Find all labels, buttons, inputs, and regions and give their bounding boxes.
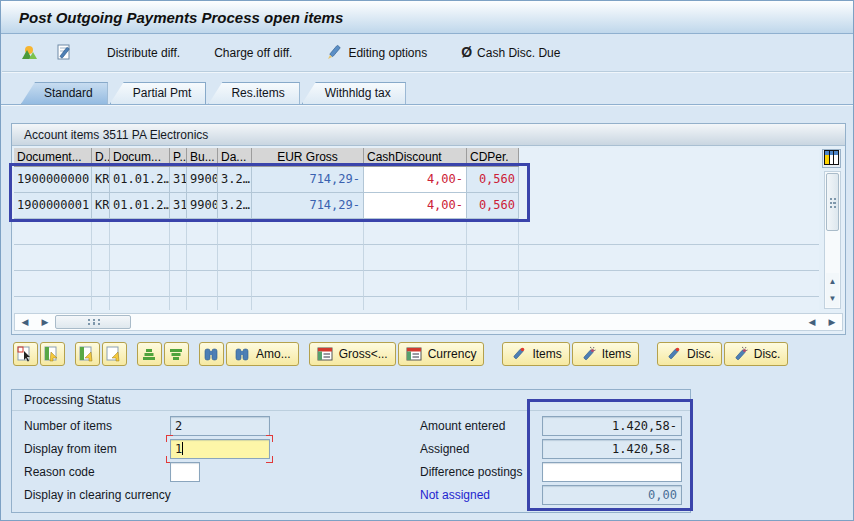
- find-amount-label: Amo...: [256, 347, 291, 361]
- not-assigned-field: 0,00: [542, 485, 682, 505]
- tab-strip: Standard Partial Pmt Res.items Withhldg …: [1, 73, 853, 104]
- horizontal-scrollbar[interactable]: ◀ ▶ ◀ ▶: [14, 313, 843, 331]
- binoculars-icon: [234, 346, 251, 363]
- table-config-icon: [824, 150, 839, 168]
- pencil-icon: [326, 44, 343, 61]
- sap-window: Post Outgoing Payments Process open item…: [0, 0, 854, 521]
- mountains-icon: [21, 44, 38, 61]
- difference-postings-field[interactable]: [542, 462, 682, 482]
- tab-standard[interactable]: Standard: [21, 82, 108, 104]
- vertical-scrollbar[interactable]: ▲ ▼: [824, 171, 841, 309]
- editing-options-label: Editing options: [348, 46, 427, 60]
- tab-withhldg-tax[interactable]: Withhldg tax: [302, 82, 406, 104]
- tab-standard-label: Standard: [44, 86, 93, 100]
- item-selection-icon: [106, 346, 123, 363]
- cash-disc-due-button[interactable]: Ø Cash Disc. Due: [455, 41, 566, 64]
- charge-off-diff-button[interactable]: Charge off diff.: [208, 43, 298, 63]
- account-items-title: Account items 3511 PA Electronics: [24, 128, 208, 142]
- not-assigned-label[interactable]: Not assigned: [420, 488, 490, 502]
- table-row[interactable]: 1900000000 KR 01.01.2… 31 9900 3.2… 714,…: [14, 167, 819, 193]
- number-of-items-label: Number of items: [24, 419, 112, 433]
- amount-entered-label: Amount entered: [420, 419, 505, 433]
- number-of-items-field: 2: [170, 416, 270, 436]
- table-row[interactable]: 1900000001 KR 01.01.2… 31 9900 3.2… 714,…: [14, 193, 819, 219]
- cell-doc-type: KR: [92, 167, 110, 193]
- difference-postings-label: Difference postings: [420, 465, 523, 479]
- col-header-eur-gross[interactable]: EUR Gross: [252, 148, 364, 167]
- title-bar: Post Outgoing Payments Process open item…: [1, 1, 853, 34]
- scroll-right-button-right-end[interactable]: ▶: [822, 314, 842, 330]
- account-items-groupbox: Account items 3511 PA Electronics Docume…: [11, 123, 846, 335]
- table-header-row: Document... D.. Docum... P.. Bu... Da...…: [14, 148, 819, 167]
- tab-withhldg-tax-label: Withhldg tax: [325, 86, 391, 100]
- amount-table-icon: [406, 346, 423, 363]
- sort-descending-button[interactable]: [164, 342, 189, 366]
- charge-off-diff-label: Charge off diff.: [214, 46, 292, 60]
- tab-partial-pmt-label: Partial Pmt: [133, 86, 192, 100]
- edit-sheet-icon: [56, 44, 73, 61]
- scroll-right-button[interactable]: ▶: [35, 314, 55, 330]
- scroll-left-button[interactable]: ◀: [15, 314, 35, 330]
- cell-posting-key: 31: [170, 167, 187, 193]
- tab-res-items[interactable]: Res.items: [208, 82, 299, 104]
- clearing-currency-label: Display in clearing currency: [24, 488, 171, 502]
- cell-cash-discount[interactable]: 4,00-: [364, 193, 467, 219]
- deactivate-item-button[interactable]: [75, 342, 100, 366]
- distribute-diff-button[interactable]: Distribute diff.: [101, 43, 186, 63]
- select-item-icon: [17, 346, 34, 363]
- horizontal-scrollbar-thumb[interactable]: [55, 315, 131, 329]
- find-button[interactable]: [199, 342, 224, 366]
- processing-status-title: Processing Status: [12, 390, 690, 411]
- col-header-doc-type[interactable]: D..: [92, 148, 110, 167]
- col-header-doc-date[interactable]: Docum...: [110, 148, 170, 167]
- scroll-up-button[interactable]: ▲: [826, 273, 839, 290]
- tab-panel-edge: [1, 104, 853, 105]
- reason-code-field[interactable]: [170, 462, 200, 482]
- sort-ascending-button[interactable]: [137, 342, 162, 366]
- cash-disc-due-label: Cash Disc. Due: [477, 46, 560, 60]
- cell-business-area: 9900: [187, 193, 218, 219]
- cell-posting-key: 31: [170, 193, 187, 219]
- cell-eur-gross: 714,29-: [252, 167, 364, 193]
- scroll-left-button-right-end[interactable]: ◀: [802, 314, 822, 330]
- display-from-item-field[interactable]: 1: [170, 439, 270, 459]
- deactivate-discount-button[interactable]: Disc.: [724, 342, 789, 366]
- vertical-scrollbar-thumb[interactable]: [826, 173, 839, 231]
- activate-discount-button[interactable]: Disc.: [657, 342, 722, 366]
- cell-business-area: 9900: [187, 167, 218, 193]
- item-selection-button[interactable]: [102, 342, 127, 366]
- scroll-down-button[interactable]: ▼: [826, 290, 839, 307]
- col-header-document[interactable]: Document...: [14, 148, 92, 167]
- cell-days: 3.2…: [218, 167, 252, 193]
- col-header-cd-per[interactable]: CDPer.: [467, 148, 519, 167]
- cell-cash-discount[interactable]: 4,00-: [364, 167, 467, 193]
- item-action-toolbar: Amo... Gross<...: [13, 342, 790, 366]
- editing-options-button[interactable]: Editing options: [320, 41, 433, 64]
- col-header-days[interactable]: Da...: [218, 148, 252, 167]
- tab-partial-pmt[interactable]: Partial Pmt: [110, 82, 207, 104]
- activate-item-button[interactable]: [40, 342, 65, 366]
- edit-document-button[interactable]: [50, 41, 79, 64]
- gross-amount-button[interactable]: Gross<...: [309, 342, 396, 366]
- deactivate-pencil-icon: [580, 346, 597, 363]
- deactivate-discount-label: Disc.: [754, 347, 781, 361]
- processing-status-groupbox: Processing Status Number of items 2 Disp…: [11, 389, 691, 513]
- binoculars-icon: [203, 346, 220, 363]
- cell-days: 3.2…: [218, 193, 252, 219]
- activate-items-button[interactable]: Items: [502, 342, 569, 366]
- col-header-posting-key[interactable]: P..: [170, 148, 187, 167]
- account-items-header: Account items 3511 PA Electronics: [12, 124, 845, 146]
- col-header-cash-discount[interactable]: CashDiscount: [364, 148, 467, 167]
- select-item-button[interactable]: [13, 342, 38, 366]
- process-open-items-button[interactable]: [15, 41, 44, 64]
- reason-code-label: Reason code: [24, 465, 95, 479]
- currency-button[interactable]: Currency: [398, 342, 485, 366]
- cell-document: 1900000000: [14, 167, 92, 193]
- sort-ascending-icon: [141, 346, 158, 363]
- col-header-business-area[interactable]: Bu...: [187, 148, 218, 167]
- find-amount-button[interactable]: Amo...: [226, 342, 299, 366]
- deactivate-items-button[interactable]: Items: [572, 342, 639, 366]
- distribute-diff-label: Distribute diff.: [107, 46, 180, 60]
- tab-res-items-label: Res.items: [231, 86, 284, 100]
- table-configuration-button[interactable]: [822, 149, 841, 168]
